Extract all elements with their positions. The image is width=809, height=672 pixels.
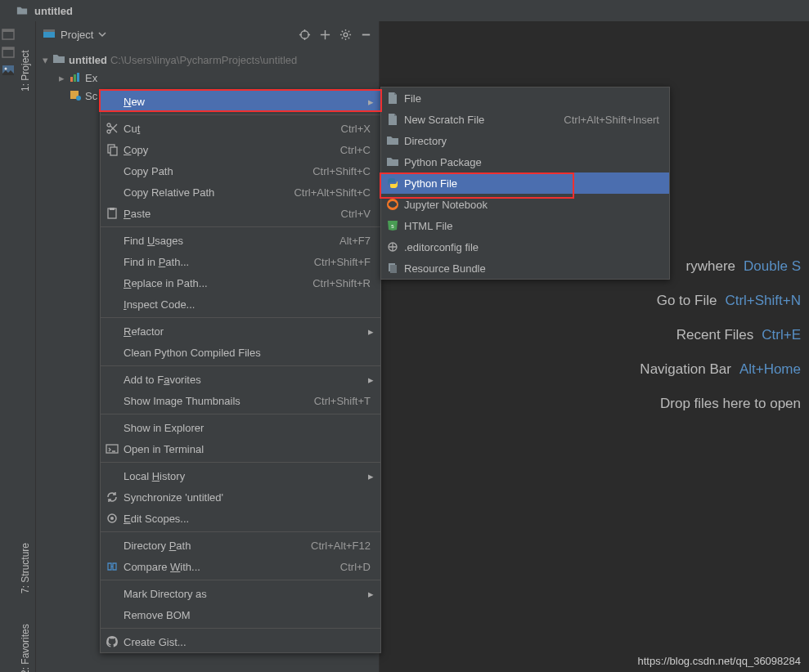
ctx-item--editorconfig-file[interactable]: .editorconfig file [381, 236, 669, 258]
ctx-item-directory-path[interactable]: Directory PathCtrl+Alt+F12 [101, 535, 380, 556]
sync-icon [106, 491, 119, 504]
ctx-item-label: Open in Terminal [124, 443, 204, 455]
ctx-item-new-scratch-file[interactable]: New Scratch FileCtrl+Alt+Shift+Insert [381, 109, 669, 130]
jupyter-icon [386, 198, 399, 211]
hint-label: rywhere [686, 258, 735, 275]
tree-item[interactable]: ▸ Ex [43, 69, 372, 87]
ctx-item-open-in-terminal[interactable]: Open in Terminal [101, 438, 380, 459]
tab-structure[interactable]: 7: Structure [20, 543, 31, 594]
ctx-item-label: Remove BOM [124, 609, 191, 621]
hide-icon[interactable] [360, 29, 372, 41]
ctx-item-synchronize-untitled-[interactable]: Synchronize 'untitled' [101, 486, 380, 508]
ctx-shortcut: Ctrl+Alt+Shift+C [269, 186, 371, 199]
ctx-item-jupyter-notebook[interactable]: Jupyter Notebook [381, 194, 669, 215]
project-pane-header: Project [36, 21, 379, 47]
file-icon [386, 92, 399, 105]
ctx-item-clean-python-compiled-files[interactable]: Clean Python Compiled Files [101, 342, 380, 363]
ctx-item-edit-scopes-[interactable]: Edit Scopes... [101, 508, 380, 529]
compare-icon [106, 560, 119, 573]
ctx-item-label: Clean Python Compiled Files [124, 347, 261, 359]
hint-shortcut: Alt+Home [739, 361, 801, 378]
ctx-item-replace-in-path-[interactable]: Replace in Path...Ctrl+Shift+R [101, 272, 380, 293]
hint-label: Navigation Bar [640, 361, 731, 378]
ctx-item-remove-bom[interactable]: Remove BOM [101, 604, 380, 625]
ctx-item-refactor[interactable]: Refactor▸ [101, 320, 380, 342]
ctx-item-label: New [124, 96, 145, 108]
browser-tab-icon [2, 46, 15, 59]
ctx-item-copy[interactable]: CopyCtrl+C [101, 139, 380, 160]
ctx-item-mark-directory-as[interactable]: Mark Directory as▸ [101, 583, 380, 604]
ctx-item-label: Synchronize 'untitled' [124, 491, 223, 504]
ctx-item-show-in-explorer[interactable]: Show in Explorer [101, 417, 380, 438]
root-name: untitled [69, 54, 107, 66]
svg-point-15 [76, 96, 81, 101]
ctx-item-compare-with-[interactable]: Compare With...Ctrl+D [101, 556, 380, 577]
svg-point-8 [301, 30, 308, 38]
tree-item-label: Ex [85, 72, 97, 84]
ctx-item-show-image-thumbnails[interactable]: Show Image ThumbnailsCtrl+Shift+T [101, 390, 380, 411]
chevron-down-icon[interactable] [98, 30, 106, 38]
expand-icon[interactable]: ▸ [59, 72, 69, 84]
hint-label: Go to File [657, 293, 717, 309]
ctx-item-directory[interactable]: Directory [381, 130, 669, 151]
tab-project[interactable]: 1: Project [20, 50, 31, 92]
folder-icon [52, 52, 65, 68]
ctx-item-label: Edit Scopes... [124, 513, 189, 525]
root-path: C:\Users\linya\PycharmProjects\untitled [110, 54, 297, 66]
svg-rect-3 [2, 47, 14, 50]
tree-root[interactable]: ▾ untitled C:\Users\linya\PycharmProject… [43, 51, 372, 69]
config-icon [386, 240, 399, 253]
ctx-item-label: Local History [124, 470, 185, 482]
ctx-item-copy-path[interactable]: Copy PathCtrl+Shift+C [101, 160, 380, 181]
expand-icon[interactable]: ▾ [43, 54, 52, 66]
svg-point-9 [344, 33, 348, 37]
ctx-item-python-package[interactable]: Python Package [381, 151, 669, 172]
gear-icon[interactable] [339, 29, 352, 41]
ctx-shortcut: Ctrl+D [316, 561, 371, 573]
project-pane-title[interactable]: Project [61, 29, 93, 41]
ctx-item-inspect-code-[interactable]: Inspect Code... [101, 293, 380, 315]
hint-shortcut: Ctrl+Shift+N [725, 293, 801, 309]
locate-icon[interactable] [299, 29, 311, 41]
svg-rect-29 [390, 265, 397, 273]
ctx-item-label: Resource Bundle [404, 262, 486, 275]
ctx-item-copy-relative-path[interactable]: Copy Relative PathCtrl+Alt+Shift+C [101, 181, 380, 203]
collapse-icon[interactable] [319, 29, 331, 41]
ctx-item-python-file[interactable]: Python File [381, 172, 669, 194]
ctx-item-label: Find in Path... [124, 256, 189, 268]
ctx-item-label: Paste [124, 208, 151, 220]
ctx-item-find-usages[interactable]: Find UsagesAlt+F7 [101, 230, 380, 251]
ctx-item-label: Replace in Path... [124, 277, 208, 289]
ctx-item-label: Show in Explorer [124, 422, 204, 434]
image-icon [2, 64, 15, 77]
tab-favorites[interactable]: 2: Favorites [20, 624, 31, 672]
ctx-item-cut[interactable]: CutCtrl+X [101, 118, 380, 139]
ctx-item-local-history[interactable]: Local History▸ [101, 465, 380, 486]
svg-rect-1 [2, 29, 14, 32]
hint-row: Drop files here to open [640, 396, 801, 412]
ctx-item-label: File [404, 92, 421, 105]
watermark-text: https://blog.csdn.net/qq_36098284 [638, 655, 802, 667]
ctx-item-label: Python File [404, 177, 457, 190]
ctx-item-html-file[interactable]: 5HTML File [381, 215, 669, 236]
submenu-arrow-icon: ▸ [368, 96, 374, 108]
ctx-item-resource-bundle[interactable]: Resource Bundle [381, 258, 669, 279]
ctx-item-new[interactable]: New▸ [101, 91, 380, 112]
ctx-item-label: Compare With... [124, 561, 200, 573]
svg-point-16 [107, 123, 110, 127]
ctx-item-label: Create Gist... [124, 636, 187, 648]
svg-rect-12 [74, 74, 76, 82]
tree-item-label: Sc [85, 90, 97, 102]
ctx-item-find-in-path-[interactable]: Find in Path...Ctrl+Shift+F [101, 251, 380, 272]
ctx-item-create-gist-[interactable]: Create Gist... [101, 631, 380, 652]
ctx-item-add-to-favorites[interactable]: Add to Favorites▸ [101, 369, 380, 390]
hint-shortcut: Ctrl+E [762, 327, 801, 343]
ctx-item-paste[interactable]: PasteCtrl+V [101, 203, 380, 224]
ctx-item-label: Copy Relative Path [124, 186, 214, 199]
file-icon [386, 113, 399, 126]
hint-row: Go to File Ctrl+Shift+N [640, 293, 801, 309]
ctx-item-label: Mark Directory as [124, 588, 207, 600]
context-menu-main: New▸CutCtrl+XCopyCtrl+CCopy PathCtrl+Shi… [100, 90, 381, 653]
svg-rect-13 [77, 73, 79, 82]
ctx-item-file[interactable]: File [381, 87, 669, 109]
